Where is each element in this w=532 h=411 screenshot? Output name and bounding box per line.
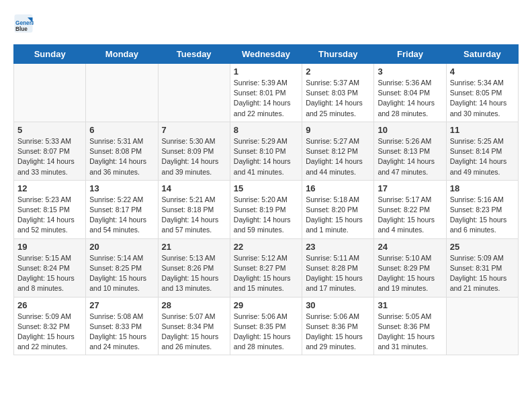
day-info: Sunrise: 5:34 AM Sunset: 8:05 PM Dayligh…	[450, 78, 515, 119]
day-number: 2	[306, 66, 370, 77]
calendar-cell: 8Sunrise: 5:29 AM Sunset: 8:10 PM Daylig…	[230, 122, 302, 180]
day-number: 3	[378, 66, 442, 77]
page-header: General Blue	[13, 13, 519, 34]
calendar-cell: 4Sunrise: 5:34 AM Sunset: 8:05 PM Daylig…	[446, 64, 518, 122]
day-info: Sunrise: 5:27 AM Sunset: 8:12 PM Dayligh…	[306, 136, 370, 177]
day-number: 30	[306, 300, 370, 310]
calendar-cell: 16Sunrise: 5:18 AM Sunset: 8:20 PM Dayli…	[302, 180, 374, 238]
day-number: 22	[234, 242, 298, 252]
svg-text:Blue: Blue	[15, 26, 28, 32]
day-number: 26	[17, 300, 82, 310]
calendar-cell: 28Sunrise: 5:07 AM Sunset: 8:34 PM Dayli…	[158, 297, 230, 355]
day-number: 16	[306, 183, 370, 193]
weekday-header-sunday: Sunday	[14, 45, 86, 64]
calendar-cell: 13Sunrise: 5:22 AM Sunset: 8:17 PM Dayli…	[86, 180, 158, 238]
day-info: Sunrise: 5:20 AM Sunset: 8:19 PM Dayligh…	[234, 195, 298, 236]
calendar-cell: 30Sunrise: 5:06 AM Sunset: 8:36 PM Dayli…	[302, 297, 374, 355]
calendar-cell: 7Sunrise: 5:30 AM Sunset: 8:09 PM Daylig…	[158, 122, 230, 180]
calendar-cell: 21Sunrise: 5:13 AM Sunset: 8:26 PM Dayli…	[158, 238, 230, 297]
day-info: Sunrise: 5:14 AM Sunset: 8:25 PM Dayligh…	[89, 253, 154, 294]
day-info: Sunrise: 5:31 AM Sunset: 8:08 PM Dayligh…	[89, 136, 154, 177]
day-info: Sunrise: 5:16 AM Sunset: 8:23 PM Dayligh…	[450, 195, 515, 236]
day-number: 15	[234, 183, 298, 193]
calendar-cell: 1Sunrise: 5:39 AM Sunset: 8:01 PM Daylig…	[230, 64, 302, 122]
calendar-week-4: 19Sunrise: 5:15 AM Sunset: 8:24 PM Dayli…	[14, 238, 519, 297]
day-info: Sunrise: 5:30 AM Sunset: 8:09 PM Dayligh…	[162, 136, 226, 177]
day-number: 31	[378, 300, 442, 310]
calendar-cell: 12Sunrise: 5:23 AM Sunset: 8:15 PM Dayli…	[14, 180, 86, 238]
day-info: Sunrise: 5:23 AM Sunset: 8:15 PM Dayligh…	[17, 195, 82, 236]
day-info: Sunrise: 5:06 AM Sunset: 8:36 PM Dayligh…	[306, 312, 370, 353]
calendar-cell	[14, 64, 86, 122]
day-info: Sunrise: 5:22 AM Sunset: 8:17 PM Dayligh…	[89, 195, 154, 236]
day-number: 5	[17, 125, 82, 135]
day-info: Sunrise: 5:21 AM Sunset: 8:18 PM Dayligh…	[162, 195, 226, 236]
calendar-week-3: 12Sunrise: 5:23 AM Sunset: 8:15 PM Dayli…	[14, 180, 519, 238]
day-number: 19	[17, 242, 82, 252]
day-info: Sunrise: 5:12 AM Sunset: 8:27 PM Dayligh…	[234, 253, 298, 294]
calendar-cell: 20Sunrise: 5:14 AM Sunset: 8:25 PM Dayli…	[86, 238, 158, 297]
weekday-header-monday: Monday	[86, 45, 158, 64]
day-info: Sunrise: 5:25 AM Sunset: 8:14 PM Dayligh…	[450, 136, 515, 177]
calendar-cell: 5Sunrise: 5:33 AM Sunset: 8:07 PM Daylig…	[14, 122, 86, 180]
calendar-cell: 15Sunrise: 5:20 AM Sunset: 8:19 PM Dayli…	[230, 180, 302, 238]
weekday-header-tuesday: Tuesday	[158, 45, 230, 64]
day-info: Sunrise: 5:26 AM Sunset: 8:13 PM Dayligh…	[378, 136, 442, 177]
calendar-cell: 3Sunrise: 5:36 AM Sunset: 8:04 PM Daylig…	[374, 64, 446, 122]
day-number: 21	[162, 242, 226, 252]
day-number: 6	[89, 125, 154, 135]
calendar-cell	[158, 64, 230, 122]
weekday-header-saturday: Saturday	[446, 45, 518, 64]
calendar-cell: 29Sunrise: 5:06 AM Sunset: 8:35 PM Dayli…	[230, 297, 302, 355]
day-info: Sunrise: 5:13 AM Sunset: 8:26 PM Dayligh…	[162, 253, 226, 294]
logo-icon: General Blue	[13, 13, 34, 34]
weekday-header-row: SundayMondayTuesdayWednesdayThursdayFrid…	[14, 45, 519, 64]
day-number: 20	[89, 242, 154, 252]
calendar-cell: 22Sunrise: 5:12 AM Sunset: 8:27 PM Dayli…	[230, 238, 302, 297]
day-info: Sunrise: 5:08 AM Sunset: 8:33 PM Dayligh…	[89, 312, 154, 353]
calendar-week-2: 5Sunrise: 5:33 AM Sunset: 8:07 PM Daylig…	[14, 122, 519, 180]
calendar-cell: 24Sunrise: 5:10 AM Sunset: 8:29 PM Dayli…	[374, 238, 446, 297]
day-number: 10	[378, 125, 442, 135]
calendar-cell: 26Sunrise: 5:09 AM Sunset: 8:32 PM Dayli…	[14, 297, 86, 355]
day-number: 28	[162, 300, 226, 310]
day-info: Sunrise: 5:10 AM Sunset: 8:29 PM Dayligh…	[378, 253, 442, 294]
calendar-week-1: 1Sunrise: 5:39 AM Sunset: 8:01 PM Daylig…	[14, 64, 519, 122]
day-info: Sunrise: 5:17 AM Sunset: 8:22 PM Dayligh…	[378, 195, 442, 236]
calendar-cell: 18Sunrise: 5:16 AM Sunset: 8:23 PM Dayli…	[446, 180, 518, 238]
day-number: 24	[378, 242, 442, 252]
day-info: Sunrise: 5:11 AM Sunset: 8:28 PM Dayligh…	[306, 253, 370, 294]
day-number: 11	[450, 125, 515, 135]
calendar-cell: 10Sunrise: 5:26 AM Sunset: 8:13 PM Dayli…	[374, 122, 446, 180]
day-info: Sunrise: 5:15 AM Sunset: 8:24 PM Dayligh…	[17, 253, 82, 294]
logo: General Blue	[13, 13, 34, 34]
day-number: 18	[450, 183, 515, 193]
calendar-cell	[86, 64, 158, 122]
calendar-cell: 23Sunrise: 5:11 AM Sunset: 8:28 PM Dayli…	[302, 238, 374, 297]
calendar-cell: 27Sunrise: 5:08 AM Sunset: 8:33 PM Dayli…	[86, 297, 158, 355]
day-number: 29	[234, 300, 298, 310]
day-number: 9	[306, 125, 370, 135]
day-info: Sunrise: 5:09 AM Sunset: 8:32 PM Dayligh…	[17, 312, 82, 353]
day-number: 13	[89, 183, 154, 193]
calendar-cell: 6Sunrise: 5:31 AM Sunset: 8:08 PM Daylig…	[86, 122, 158, 180]
day-number: 23	[306, 242, 370, 252]
day-number: 14	[162, 183, 226, 193]
day-number: 27	[89, 300, 154, 310]
day-info: Sunrise: 5:09 AM Sunset: 8:31 PM Dayligh…	[450, 253, 515, 294]
day-number: 25	[450, 242, 515, 252]
calendar-cell: 11Sunrise: 5:25 AM Sunset: 8:14 PM Dayli…	[446, 122, 518, 180]
day-number: 17	[378, 183, 442, 193]
weekday-header-thursday: Thursday	[302, 45, 374, 64]
day-info: Sunrise: 5:06 AM Sunset: 8:35 PM Dayligh…	[234, 312, 298, 353]
weekday-header-friday: Friday	[374, 45, 446, 64]
calendar-cell: 17Sunrise: 5:17 AM Sunset: 8:22 PM Dayli…	[374, 180, 446, 238]
day-number: 8	[234, 125, 298, 135]
calendar-cell: 2Sunrise: 5:37 AM Sunset: 8:03 PM Daylig…	[302, 64, 374, 122]
calendar-cell: 19Sunrise: 5:15 AM Sunset: 8:24 PM Dayli…	[14, 238, 86, 297]
calendar-table: SundayMondayTuesdayWednesdayThursdayFrid…	[13, 44, 519, 355]
day-info: Sunrise: 5:39 AM Sunset: 8:01 PM Dayligh…	[234, 78, 298, 119]
day-info: Sunrise: 5:36 AM Sunset: 8:04 PM Dayligh…	[378, 78, 442, 119]
day-info: Sunrise: 5:37 AM Sunset: 8:03 PM Dayligh…	[306, 78, 370, 119]
day-info: Sunrise: 5:29 AM Sunset: 8:10 PM Dayligh…	[234, 136, 298, 177]
